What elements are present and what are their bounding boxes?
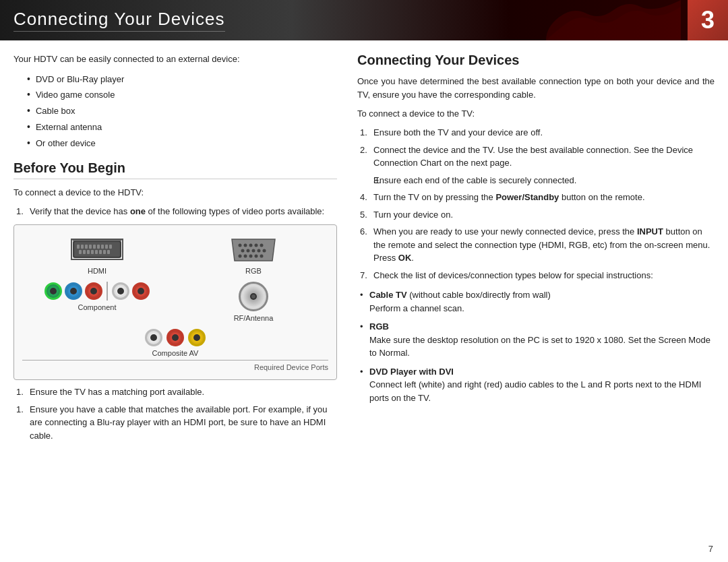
svg-point-34 <box>249 255 253 258</box>
jack-blue <box>65 282 82 300</box>
svg-rect-13 <box>91 250 94 254</box>
svg-rect-15 <box>99 250 102 254</box>
page-number-badge: 3 <box>688 0 728 40</box>
step3-text: Ensure you have a cable that matches the… <box>30 404 328 441</box>
svg-rect-7 <box>101 245 104 249</box>
hdmi-icon <box>70 236 124 264</box>
svg-rect-5 <box>93 245 96 249</box>
step1-suffix: of the following types of video ports av… <box>146 206 324 216</box>
step6-bold2: OK <box>398 253 412 263</box>
svg-point-23 <box>244 244 247 247</box>
jack-red2 <box>132 282 150 300</box>
svg-point-32 <box>239 255 242 258</box>
bottom-step-list: Ensure the TV has a matching port availa… <box>16 385 337 442</box>
dvd-body: Connect left (white) and right (red) aud… <box>369 379 701 403</box>
right-heading: Connecting Your Devices <box>357 53 715 68</box>
svg-rect-9 <box>109 245 112 249</box>
bottom-steps: Ensure the TV has a matching port availa… <box>13 385 337 442</box>
svg-rect-0 <box>73 241 121 257</box>
jack-white <box>112 282 129 300</box>
ports-caption: Required Device Ports <box>22 360 328 371</box>
svg-point-36 <box>260 255 264 258</box>
hdtv-steps: Verify that the device has one of the fo… <box>16 205 337 218</box>
device-list: DVD or Blu-Ray player Video game console… <box>27 71 337 152</box>
left-column: Your HDTV can be easily connected to an … <box>13 53 337 555</box>
special-bullet-cable: Cable TV (without cable box/directly fro… <box>357 288 715 315</box>
right-intro: Once you have determined the best availa… <box>357 75 715 102</box>
jack-red <box>85 282 102 300</box>
svg-rect-12 <box>87 250 90 254</box>
composite-label: Composite AV <box>152 349 199 357</box>
connect-hdtv-text: To connect a device to the HDTV: <box>13 186 337 199</box>
jack-inner <box>70 288 77 294</box>
svg-point-35 <box>255 255 258 258</box>
ports-diagram-box: HDMI <box>13 224 337 380</box>
jack-inner <box>138 288 144 294</box>
step4-post: button on the remote. <box>559 192 644 202</box>
svg-rect-17 <box>107 250 110 254</box>
svg-rect-3 <box>85 245 88 249</box>
before-you-begin-heading: Before You Begin <box>13 160 337 179</box>
rgb-label: RGB <box>245 267 262 275</box>
special-bullet-dvd: DVD Player with DVI Connect left (white)… <box>357 365 715 405</box>
step6-pre: When you are ready to use your newly con… <box>373 226 637 237</box>
svg-rect-16 <box>103 250 106 254</box>
hdtv-step-1: Verify that the device has one of the fo… <box>16 205 337 218</box>
jack-inner <box>50 288 57 294</box>
step3-text: Ensure each end of the cable is securely… <box>373 175 576 185</box>
component-label: Component <box>78 303 117 311</box>
hdmi-port-item: HDMI <box>22 236 172 275</box>
jack-inner <box>172 334 179 341</box>
rf-antenna-icon <box>239 282 268 311</box>
list-item: Cable box <box>27 103 337 119</box>
tv-step-6: When you are ready to use your newly con… <box>360 225 715 265</box>
rgb-title: RGB <box>369 321 389 332</box>
svg-rect-4 <box>89 245 92 249</box>
jack-inner <box>150 334 157 341</box>
svg-point-22 <box>239 244 242 247</box>
list-item: Video game console <box>27 87 337 103</box>
step2-text: Ensure the TV has a matching port availa… <box>30 387 204 397</box>
svg-rect-11 <box>83 250 86 254</box>
dvd-title: DVD Player with DVI <box>369 367 454 377</box>
tv-step-1: Ensure both the TV and your device are o… <box>360 126 715 139</box>
hdmi-label: HDMI <box>88 267 107 275</box>
jack-inner <box>90 288 97 294</box>
svg-rect-10 <box>79 250 82 254</box>
svg-rect-1 <box>77 245 80 249</box>
composite-jacks <box>145 329 206 346</box>
main-content: Your HDTV can be easily connected to an … <box>0 40 728 562</box>
jack-divider <box>107 282 108 301</box>
composite-white <box>145 329 162 346</box>
right-body: Once you have determined the best availa… <box>357 75 715 404</box>
step4-bold: Power/Standby <box>495 192 559 202</box>
tv-step-7: Check the list of devices/connection typ… <box>360 269 715 282</box>
step4-pre: Turn the TV on by pressing the <box>373 192 495 202</box>
tv-step-4: Turn the TV on by pressing the Power/Sta… <box>360 191 715 204</box>
special-bullet-rgb: RGB Make sure the desktop resolution on … <box>357 320 715 360</box>
svg-rect-8 <box>105 245 108 249</box>
intro-text: Your HDTV can be easily connected to an … <box>13 53 337 66</box>
list-item: DVD or Blu-Ray player <box>27 71 337 88</box>
ports-grid: HDMI <box>22 236 328 357</box>
connect-tv-prompt: To connect a device to the TV: <box>357 107 715 121</box>
page-number-bottom: 7 <box>708 544 713 554</box>
rf-center <box>250 293 257 300</box>
svg-rect-6 <box>97 245 100 249</box>
svg-point-28 <box>247 249 250 253</box>
svg-point-24 <box>249 244 253 247</box>
rgb-icon <box>226 236 280 264</box>
special-bullets-list: Cable TV (without cable box/directly fro… <box>357 288 715 404</box>
svg-point-26 <box>260 244 264 247</box>
tv-steps-list: Ensure both the TV and your device are o… <box>360 126 715 282</box>
header-title: Connecting Your Devices <box>13 9 225 32</box>
step6-post2: . <box>411 253 414 263</box>
tv-step-5: Turn your device on. <box>360 208 715 222</box>
cable-tv-title: Cable TV <box>369 290 407 300</box>
composite-port-item: Composite AV <box>22 329 328 357</box>
svg-rect-2 <box>81 245 84 249</box>
step6-bold: INPUT <box>637 226 663 237</box>
page-header: Connecting Your Devices 3 <box>0 0 728 40</box>
list-item: Or other device <box>27 135 337 152</box>
list-item: External antenna <box>27 119 337 135</box>
